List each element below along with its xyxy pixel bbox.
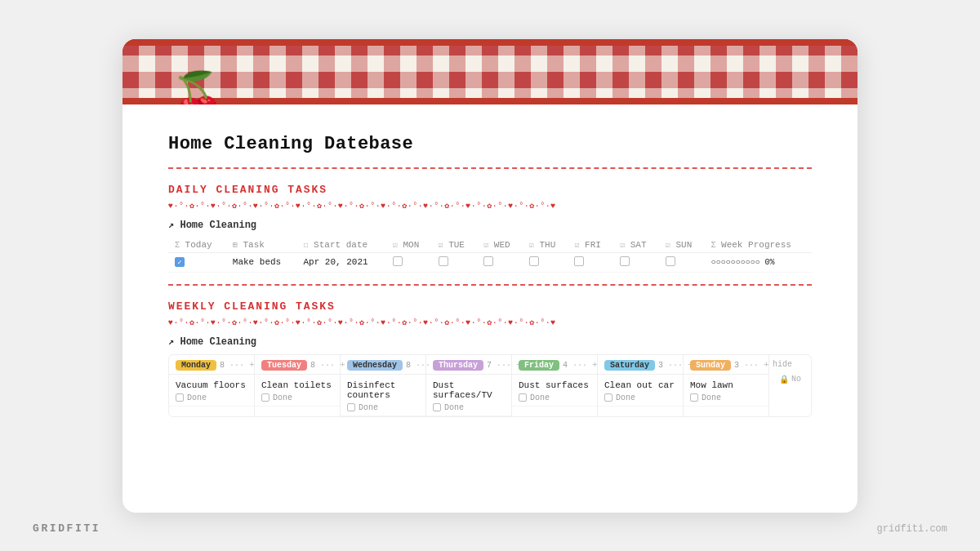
kanban-col-friday: Friday 4 ··· + Dust surfaces Done — [512, 355, 598, 416]
done-checkbox[interactable] — [433, 403, 441, 411]
branding-right: gridfiti.com — [877, 523, 947, 535]
kanban-col-header: Tuesday 8 ··· + — [255, 355, 340, 375]
wed-checkbox[interactable] — [483, 256, 493, 266]
weekly-db-label: ↗ Home Cleaning — [168, 335, 812, 348]
kanban-count: 7 — [487, 361, 492, 370]
title-divider — [168, 167, 812, 169]
kanban-card-done: Done — [347, 403, 419, 412]
done-checkbox[interactable] — [519, 393, 527, 402]
kanban-count: 4 — [563, 361, 568, 370]
kanban-tag[interactable]: Sunday — [690, 360, 731, 371]
done-checkbox[interactable] — [261, 393, 270, 402]
fri-checkbox[interactable] — [574, 256, 584, 266]
kanban-count: 8 — [310, 361, 315, 370]
kanban-tag[interactable]: Friday — [519, 360, 559, 371]
kanban-card-title: Disinfect counters — [347, 380, 419, 400]
kanban-tag[interactable]: Saturday — [604, 360, 655, 371]
no-badge: 🔒 No — [773, 369, 808, 390]
svg-rect-4 — [122, 39, 858, 104]
kanban-count: 8 — [220, 361, 225, 370]
kanban-card-title: Vacuum floors — [176, 380, 247, 390]
svg-rect-5 — [122, 39, 858, 46]
done-checkbox[interactable] — [690, 393, 698, 402]
branding-left: GRIDFITI — [33, 522, 100, 535]
card-header: 🍒 — [122, 39, 858, 104]
cell-fri — [568, 252, 613, 272]
kanban-options[interactable]: ··· — [572, 361, 587, 370]
th-sat: ☑ SAT — [613, 238, 659, 253]
done-checkbox[interactable] — [347, 403, 355, 411]
kanban-add[interactable]: + — [249, 360, 255, 370]
weekly-section-title: WEEKLY CLEANING TASKS — [168, 300, 812, 313]
kanban-col-header: Thursday 7 ··· + — [426, 355, 511, 375]
kanban-count: 8 — [406, 361, 411, 370]
kanban-card-title: Dust surfaces/TV — [433, 380, 505, 400]
kanban-card: Clean toilets Done — [255, 375, 340, 407]
kanban-card: Disinfect counters Done — [341, 375, 425, 416]
kanban-card-done: Done — [261, 393, 333, 402]
kanban-col-monday: Monday 8 ··· + Vacuum floors Done — [169, 355, 255, 416]
cell-today: ✓ — [168, 252, 226, 272]
svg-rect-6 — [122, 98, 858, 104]
kanban-card-title: Dust surfaces — [519, 380, 590, 390]
kanban-add[interactable]: + — [592, 360, 598, 370]
daily-table: Σ Today ⊞ Task ☐ Start date ☑ MON ☑ TUE … — [168, 238, 812, 273]
kanban-tag[interactable]: Monday — [176, 360, 216, 371]
daily-table-header-row: Σ Today ⊞ Task ☐ Start date ☑ MON ☑ TUE … — [168, 238, 812, 253]
kanban-options[interactable]: ··· — [744, 361, 759, 370]
kanban-card: Mow lawn Done — [684, 375, 768, 407]
kanban-options[interactable]: ··· — [229, 361, 244, 370]
thu-checkbox[interactable] — [529, 256, 539, 266]
kanban-col-header: Sunday 3 ··· + — [684, 355, 768, 375]
kanban-tag[interactable]: Wednesday — [347, 360, 403, 371]
kanban-tag[interactable]: Tuesday — [261, 360, 307, 371]
page-wrapper: GRIDFITI gridfiti.com 🍒 — [0, 0, 980, 551]
kanban-options[interactable]: ··· — [497, 361, 511, 370]
th-tue: ☑ TUE — [432, 238, 478, 253]
kanban-card-title: Mow lawn — [690, 380, 762, 390]
daily-decorative: ♥·°·✿·°·♥·°·✿·°·♥·°·✿·°·♥·°·✿·°·♥·°·✿·°·… — [168, 201, 812, 211]
daily-section-title: DAILY CLEANING TASKS — [168, 184, 812, 196]
tue-checkbox[interactable] — [439, 256, 448, 266]
sun-checkbox[interactable] — [666, 256, 675, 266]
kanban-col-wednesday: Wednesday 8 ··· + Disinfect counters Don… — [341, 355, 426, 416]
kanban-col-header: Saturday 3 ··· + — [598, 355, 683, 375]
kanban-card-done: Done — [604, 393, 676, 402]
daily-divider — [168, 284, 812, 286]
th-today: Σ Today — [168, 238, 226, 253]
th-thu: ☑ THU — [523, 238, 568, 253]
kanban-col-saturday: Saturday 3 ··· + Clean out car Done — [598, 355, 684, 416]
th-wed: ☑ WED — [477, 238, 523, 253]
kanban-col-tuesday: Tuesday 8 ··· + Clean toilets Done — [255, 355, 341, 416]
done-label: Done — [530, 393, 550, 402]
cherry-icon: 🍒 — [172, 77, 225, 104]
kanban-col-header: Friday 4 ··· + — [512, 355, 597, 375]
done-checkbox[interactable] — [604, 393, 612, 402]
weekly-decorative: ♥·°·✿·°·♥·°·✿·°·♥·°·✿·°·♥·°·✿·°·♥·°·✿·°·… — [168, 318, 812, 327]
main-card: 🍒 Home Cleaning Datebase DAILY CLEANING … — [122, 39, 858, 513]
cell-task: Make beds — [226, 252, 297, 272]
mon-checkbox[interactable] — [393, 256, 403, 266]
check-icon[interactable]: ✓ — [175, 257, 185, 267]
cell-startdate: Apr 20, 2021 — [296, 252, 385, 272]
kanban-count: 3 — [658, 361, 663, 370]
sat-checkbox[interactable] — [620, 256, 630, 266]
page-title: Home Cleaning Datebase — [168, 134, 812, 154]
kanban-card-title: Clean out car — [604, 380, 676, 390]
th-task: ⊞ Task — [226, 238, 297, 253]
kanban-options[interactable]: ··· — [668, 361, 683, 370]
kanban-card-done: Done — [519, 393, 590, 402]
kanban-cols: Monday 8 ··· + Vacuum floors Done Tuesda… — [169, 355, 768, 416]
kanban-card: Dust surfaces Done — [512, 375, 597, 407]
kanban-options[interactable]: ··· — [320, 361, 335, 370]
cell-tue — [432, 252, 478, 272]
kanban-card: Vacuum floors Done — [169, 375, 254, 407]
cell-thu — [523, 252, 568, 272]
done-checkbox[interactable] — [176, 393, 184, 402]
cell-progress: ○○○○○○○○○○ 0% — [704, 252, 812, 272]
table-row: ✓ Make beds Apr 20, 2021 ○○○○○○○○○○ 0% — [168, 252, 812, 272]
cell-sun — [659, 252, 705, 272]
kanban-tag[interactable]: Thursday — [433, 360, 483, 371]
cell-wed — [477, 252, 523, 272]
hide-label: hide — [773, 360, 792, 369]
